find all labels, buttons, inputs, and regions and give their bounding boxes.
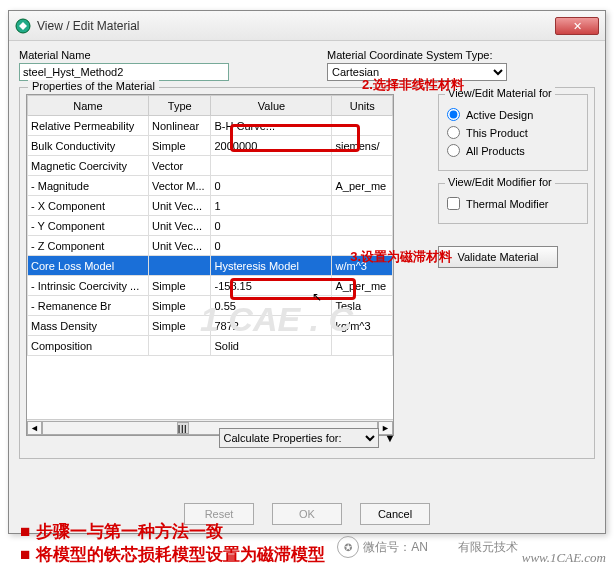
material-name-label: Material Name xyxy=(19,49,287,61)
material-name-input[interactable] xyxy=(19,63,229,81)
footer-notes: ■步骤一与第一种方法一致 ■将模型的铁芯损耗模型设置为磁滞模型 xyxy=(20,520,325,566)
cancel-button[interactable]: Cancel xyxy=(360,503,430,525)
col-type[interactable]: Type xyxy=(148,96,211,116)
coord-type-select[interactable]: Cartesian xyxy=(327,63,507,81)
wechat-info: ✪ 微信号：AN 有限元技术 xyxy=(337,536,518,558)
table-row[interactable]: - MagnitudeVector M...0A_per_me xyxy=(28,176,393,196)
view-edit-legend: View/Edit Material for xyxy=(445,87,555,99)
chevron-down-icon: ▼ xyxy=(385,432,396,444)
table-row[interactable]: Relative PermeabilityNonlinearB-H Curve.… xyxy=(28,116,393,136)
col-value[interactable]: Value xyxy=(211,96,332,116)
radio-active-design[interactable]: Active Design xyxy=(447,108,581,121)
footer-url: www.1CAE.com xyxy=(522,550,606,566)
material-dialog: View / Edit Material ✕ Material Name Mat… xyxy=(8,10,606,534)
table-row[interactable]: - Y ComponentUnit Vec...0 xyxy=(28,216,393,236)
app-icon xyxy=(15,18,31,34)
chk-thermal-modifier[interactable]: Thermal Modifier xyxy=(447,197,581,210)
table-row[interactable]: - Remanence BrSimple0.55Tesla xyxy=(28,296,393,316)
window-title: View / Edit Material xyxy=(37,19,555,33)
validate-material-button[interactable]: Validate Material xyxy=(438,246,558,268)
modifier-legend: View/Edit Modifier for xyxy=(445,176,555,188)
properties-legend: Properties of the Material xyxy=(28,80,159,92)
coord-type-label: Material Coordinate System Type: xyxy=(327,49,595,61)
radio-this-product[interactable]: This Product xyxy=(447,126,581,139)
calc-properties-select[interactable]: Calculate Properties for: xyxy=(219,428,379,448)
properties-fieldset: Properties of the Material Name Type Val… xyxy=(19,87,595,459)
table-row[interactable]: Mass DensitySimple7872kg/m^3 xyxy=(28,316,393,336)
table-row[interactable]: - Intrinsic Coercivity ...Simple-158.15A… xyxy=(28,276,393,296)
properties-table[interactable]: Name Type Value Units Relative Permeabil… xyxy=(26,94,394,436)
titlebar: View / Edit Material ✕ xyxy=(9,11,605,41)
view-edit-modifier-for: View/Edit Modifier for Thermal Modifier xyxy=(438,183,588,224)
close-button[interactable]: ✕ xyxy=(555,17,599,35)
table-row[interactable]: Bulk ConductivitySimple2000000siemens/ xyxy=(28,136,393,156)
wechat-icon: ✪ xyxy=(337,536,359,558)
table-row[interactable]: CompositionSolid xyxy=(28,336,393,356)
table-row[interactable]: - X ComponentUnit Vec...1 xyxy=(28,196,393,216)
table-row[interactable]: Core Loss ModelHysteresis Modelw/m^3 xyxy=(28,256,393,276)
table-row[interactable]: - Z ComponentUnit Vec...0 xyxy=(28,236,393,256)
table-row[interactable]: Magnetic CoercivityVector xyxy=(28,156,393,176)
view-edit-material-for: View/Edit Material for Active Design Thi… xyxy=(438,94,588,171)
col-name[interactable]: Name xyxy=(28,96,149,116)
col-units[interactable]: Units xyxy=(332,96,393,116)
radio-all-products[interactable]: All Products xyxy=(447,144,581,157)
